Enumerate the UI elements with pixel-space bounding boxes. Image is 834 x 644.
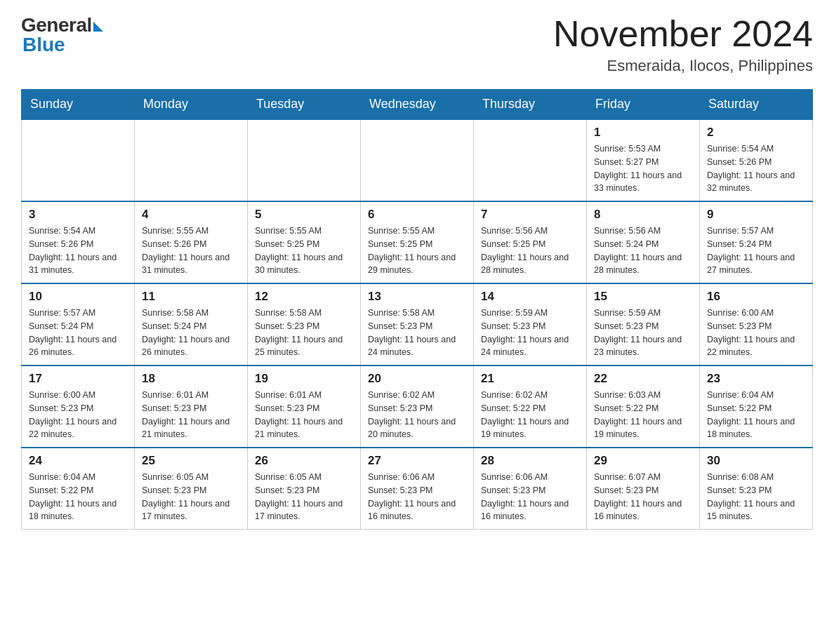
day-number: 8 [594, 208, 692, 222]
sun-info: Sunrise: 5:56 AM Sunset: 5:24 PM Dayligh… [594, 224, 692, 277]
sun-info: Sunrise: 5:54 AM Sunset: 5:26 PM Dayligh… [707, 142, 805, 195]
day-number: 22 [594, 372, 692, 386]
logo-blue-text: Blue [22, 34, 65, 56]
calendar-cell: 6Sunrise: 5:55 AM Sunset: 5:25 PM Daylig… [361, 201, 474, 283]
sun-info: Sunrise: 5:59 AM Sunset: 5:23 PM Dayligh… [594, 307, 692, 359]
weekday-header-monday: Monday [135, 90, 248, 120]
weekday-header-saturday: Saturday [700, 90, 813, 120]
logo-triangle-icon [93, 22, 103, 32]
sun-info: Sunrise: 5:58 AM Sunset: 5:23 PM Dayligh… [368, 307, 466, 359]
week-row-4: 17Sunrise: 6:00 AM Sunset: 5:23 PM Dayli… [22, 365, 813, 448]
sun-info: Sunrise: 6:03 AM Sunset: 5:22 PM Dayligh… [594, 389, 692, 441]
calendar-cell [248, 119, 361, 201]
calendar-cell: 10Sunrise: 5:57 AM Sunset: 5:24 PM Dayli… [22, 283, 135, 365]
day-number: 29 [594, 454, 692, 468]
day-number: 28 [481, 454, 579, 468]
day-number: 7 [481, 208, 579, 222]
sun-info: Sunrise: 5:54 AM Sunset: 5:26 PM Dayligh… [29, 224, 127, 277]
calendar-cell: 20Sunrise: 6:02 AM Sunset: 5:23 PM Dayli… [361, 365, 474, 448]
calendar-cell: 22Sunrise: 6:03 AM Sunset: 5:22 PM Dayli… [587, 365, 700, 448]
week-row-2: 3Sunrise: 5:54 AM Sunset: 5:26 PM Daylig… [22, 201, 813, 283]
calendar-cell: 17Sunrise: 6:00 AM Sunset: 5:23 PM Dayli… [22, 365, 135, 448]
month-title: November 2024 [553, 14, 813, 54]
day-number: 6 [368, 208, 466, 222]
logo: General Blue [21, 14, 103, 56]
day-number: 17 [29, 372, 127, 386]
sun-info: Sunrise: 6:01 AM Sunset: 5:23 PM Dayligh… [142, 389, 240, 441]
sun-info: Sunrise: 6:05 AM Sunset: 5:23 PM Dayligh… [255, 471, 353, 523]
calendar-cell: 9Sunrise: 5:57 AM Sunset: 5:24 PM Daylig… [700, 201, 813, 283]
day-number: 23 [707, 372, 805, 386]
calendar-cell: 29Sunrise: 6:07 AM Sunset: 5:23 PM Dayli… [587, 448, 700, 530]
calendar-cell: 30Sunrise: 6:08 AM Sunset: 5:23 PM Dayli… [700, 448, 813, 530]
day-number: 1 [594, 126, 692, 140]
sun-info: Sunrise: 5:57 AM Sunset: 5:24 PM Dayligh… [707, 224, 805, 277]
week-row-5: 24Sunrise: 6:04 AM Sunset: 5:22 PM Dayli… [22, 448, 813, 530]
sun-info: Sunrise: 6:05 AM Sunset: 5:23 PM Dayligh… [142, 471, 240, 523]
weekday-header-tuesday: Tuesday [248, 90, 361, 120]
sun-info: Sunrise: 5:55 AM Sunset: 5:25 PM Dayligh… [368, 224, 466, 277]
sun-info: Sunrise: 6:06 AM Sunset: 5:23 PM Dayligh… [481, 471, 579, 523]
location-subtitle: Esmeraida, Ilocos, Philippines [553, 57, 813, 75]
sun-info: Sunrise: 6:07 AM Sunset: 5:23 PM Dayligh… [594, 471, 692, 523]
calendar-cell: 23Sunrise: 6:04 AM Sunset: 5:22 PM Dayli… [700, 365, 813, 448]
weekday-header-wednesday: Wednesday [361, 90, 474, 120]
day-number: 15 [594, 290, 692, 304]
sun-info: Sunrise: 5:58 AM Sunset: 5:23 PM Dayligh… [255, 307, 353, 359]
day-number: 12 [255, 290, 353, 304]
calendar-cell: 5Sunrise: 5:55 AM Sunset: 5:25 PM Daylig… [248, 201, 361, 283]
sun-info: Sunrise: 5:59 AM Sunset: 5:23 PM Dayligh… [481, 307, 579, 359]
day-number: 10 [29, 290, 127, 304]
day-number: 25 [142, 454, 240, 468]
sun-info: Sunrise: 5:55 AM Sunset: 5:26 PM Dayligh… [142, 224, 240, 277]
weekday-header-sunday: Sunday [22, 90, 135, 120]
sun-info: Sunrise: 6:02 AM Sunset: 5:22 PM Dayligh… [481, 389, 579, 441]
sun-info: Sunrise: 5:53 AM Sunset: 5:27 PM Dayligh… [594, 142, 692, 195]
day-number: 30 [707, 454, 805, 468]
day-number: 27 [368, 454, 466, 468]
day-number: 9 [707, 208, 805, 222]
day-number: 11 [142, 290, 240, 304]
sun-info: Sunrise: 6:02 AM Sunset: 5:23 PM Dayligh… [368, 389, 466, 441]
sun-info: Sunrise: 6:06 AM Sunset: 5:23 PM Dayligh… [368, 471, 466, 523]
day-number: 26 [255, 454, 353, 468]
day-number: 20 [368, 372, 466, 386]
calendar-cell: 3Sunrise: 5:54 AM Sunset: 5:26 PM Daylig… [22, 201, 135, 283]
calendar-cell: 12Sunrise: 5:58 AM Sunset: 5:23 PM Dayli… [248, 283, 361, 365]
calendar-cell: 14Sunrise: 5:59 AM Sunset: 5:23 PM Dayli… [474, 283, 587, 365]
sun-info: Sunrise: 6:01 AM Sunset: 5:23 PM Dayligh… [255, 389, 353, 441]
calendar-cell: 19Sunrise: 6:01 AM Sunset: 5:23 PM Dayli… [248, 365, 361, 448]
day-number: 19 [255, 372, 353, 386]
page-header: General Blue November 2024 Esmeraida, Il… [21, 14, 813, 75]
sun-info: Sunrise: 5:55 AM Sunset: 5:25 PM Dayligh… [255, 224, 353, 277]
sun-info: Sunrise: 5:56 AM Sunset: 5:25 PM Dayligh… [481, 224, 579, 277]
calendar-cell: 26Sunrise: 6:05 AM Sunset: 5:23 PM Dayli… [248, 448, 361, 530]
day-number: 24 [29, 454, 127, 468]
sun-info: Sunrise: 6:00 AM Sunset: 5:23 PM Dayligh… [707, 307, 805, 359]
day-number: 2 [707, 126, 805, 140]
day-number: 4 [142, 208, 240, 222]
day-number: 5 [255, 208, 353, 222]
calendar-table: SundayMondayTuesdayWednesdayThursdayFrid… [21, 89, 813, 530]
calendar-cell: 8Sunrise: 5:56 AM Sunset: 5:24 PM Daylig… [587, 201, 700, 283]
day-number: 18 [142, 372, 240, 386]
calendar-cell: 18Sunrise: 6:01 AM Sunset: 5:23 PM Dayli… [135, 365, 248, 448]
calendar-cell [22, 119, 135, 201]
calendar-cell: 7Sunrise: 5:56 AM Sunset: 5:25 PM Daylig… [474, 201, 587, 283]
sun-info: Sunrise: 5:58 AM Sunset: 5:24 PM Dayligh… [142, 307, 240, 359]
sun-info: Sunrise: 6:08 AM Sunset: 5:23 PM Dayligh… [707, 471, 805, 523]
calendar-cell: 27Sunrise: 6:06 AM Sunset: 5:23 PM Dayli… [361, 448, 474, 530]
calendar-cell: 21Sunrise: 6:02 AM Sunset: 5:22 PM Dayli… [474, 365, 587, 448]
calendar-cell [474, 119, 587, 201]
calendar-cell: 1Sunrise: 5:53 AM Sunset: 5:27 PM Daylig… [587, 119, 700, 201]
calendar-cell: 13Sunrise: 5:58 AM Sunset: 5:23 PM Dayli… [361, 283, 474, 365]
week-row-1: 1Sunrise: 5:53 AM Sunset: 5:27 PM Daylig… [22, 119, 813, 201]
title-block: November 2024 Esmeraida, Ilocos, Philipp… [553, 14, 813, 75]
day-number: 14 [481, 290, 579, 304]
calendar-cell: 16Sunrise: 6:00 AM Sunset: 5:23 PM Dayli… [700, 283, 813, 365]
day-number: 16 [707, 290, 805, 304]
calendar-cell [135, 119, 248, 201]
day-number: 21 [481, 372, 579, 386]
calendar-cell: 25Sunrise: 6:05 AM Sunset: 5:23 PM Dayli… [135, 448, 248, 530]
sun-info: Sunrise: 6:04 AM Sunset: 5:22 PM Dayligh… [29, 471, 127, 523]
